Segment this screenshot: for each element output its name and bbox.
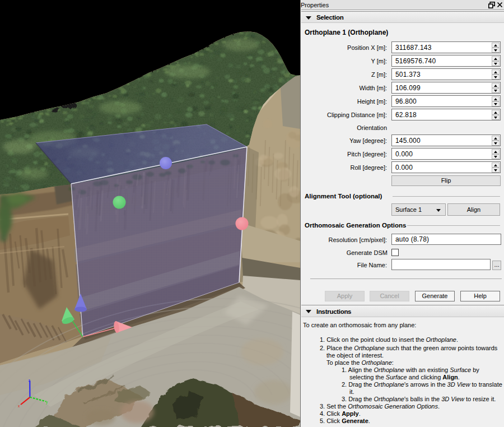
svg-text:z: z [29,378,30,382]
